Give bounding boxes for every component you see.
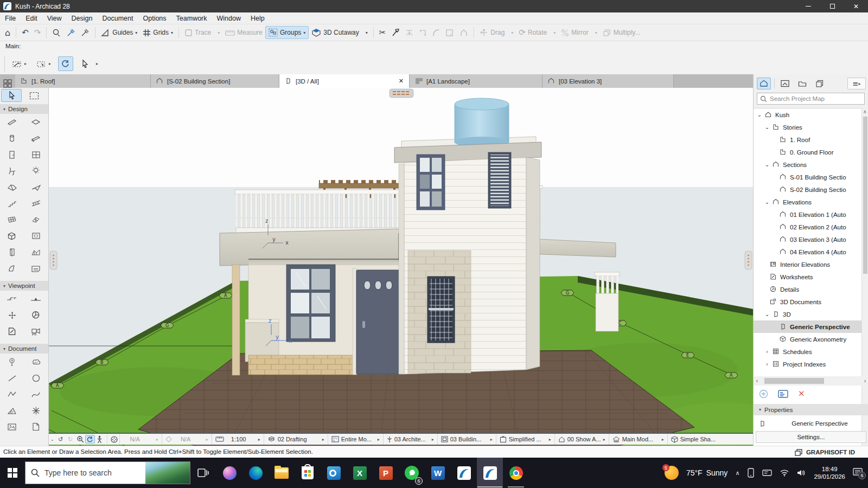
project-map-button[interactable] <box>757 78 771 89</box>
renovation-chip[interactable]: N/A▸ <box>162 434 212 445</box>
line-tool[interactable] <box>0 370 24 386</box>
beam-tool[interactable] <box>24 130 48 146</box>
interior-elevation-tool[interactable] <box>0 307 24 323</box>
shell2-tool[interactable] <box>0 260 24 277</box>
curtain-wall-tool[interactable] <box>0 211 24 228</box>
tree-item-project-indexes[interactable]: ›Project Indexes <box>754 358 862 370</box>
tray-expand-icon[interactable]: ∧ <box>735 470 739 477</box>
section-tool[interactable] <box>0 291 24 307</box>
tab-elevation[interactable]: [03 Elevation 3] <box>542 74 674 88</box>
dimension-tool[interactable] <box>0 354 24 370</box>
resize-button[interactable] <box>443 27 457 38</box>
whatsapp-icon[interactable]: 6 <box>399 458 425 488</box>
tree-item-schedules[interactable]: ›Schedules <box>754 345 862 358</box>
maximize-button[interactable] <box>820 0 844 12</box>
quad-view-button[interactable] <box>0 79 15 88</box>
powerpoint-icon[interactable]: P <box>373 458 399 488</box>
orbit-mode-button[interactable] <box>85 435 95 444</box>
outlook-icon[interactable] <box>321 458 347 488</box>
marquee-tool-button[interactable]: ▸ <box>9 56 29 71</box>
excel-icon[interactable]: X <box>347 458 373 488</box>
graphisoft-id[interactable]: GRAPHISOFT ID <box>795 446 855 458</box>
properties-header[interactable]: ▾Properties <box>754 404 868 415</box>
menu-window[interactable]: Window <box>212 15 246 22</box>
mirror-button[interactable]: Mirror▾ <box>558 27 599 38</box>
measure-button[interactable]: Measure <box>222 27 265 38</box>
worksheet-tool[interactable] <box>0 323 24 339</box>
model-view-chip[interactable]: 03 Buildin...▸ <box>437 434 496 445</box>
settings-button[interactable]: Settings... <box>756 431 866 443</box>
groups-button[interactable]: Groups▾ <box>265 26 309 39</box>
mesh-tool[interactable] <box>24 244 48 260</box>
file-explorer-icon[interactable] <box>269 458 295 488</box>
floorplan-cut-chip[interactable]: N/A▸ <box>119 434 162 445</box>
undo-button[interactable]: ↶ <box>19 26 31 39</box>
tree-item-s02[interactable]: S-02 Building Sectio <box>754 183 862 196</box>
tree-item-worksheets[interactable]: Worksheets <box>754 271 862 283</box>
tab-section[interactable]: [S-02 Building Section] <box>151 74 279 88</box>
grids-button[interactable]: Grids▾ <box>140 27 176 38</box>
start-button[interactable] <box>0 458 25 488</box>
menu-file[interactable]: File <box>0 15 21 22</box>
layers-chip[interactable]: 02 Drafting▸ <box>264 434 328 445</box>
view-settings-icon[interactable] <box>778 390 788 398</box>
copilot-icon[interactable] <box>216 458 242 488</box>
arrow-select-button[interactable] <box>1 89 22 102</box>
elevation-edit-button[interactable] <box>457 27 471 38</box>
arrow-tool-button[interactable]: ▸ <box>78 56 109 71</box>
orbit-button[interactable] <box>58 56 73 71</box>
marquee-button[interactable] <box>24 89 44 102</box>
delete-icon[interactable]: ✕ <box>798 389 805 399</box>
weather-text[interactable]: 75°FSunny <box>686 468 727 477</box>
roof-tool[interactable] <box>0 179 24 195</box>
opening-tool[interactable] <box>24 228 48 244</box>
task-view-button[interactable] <box>190 458 216 488</box>
polyline-tool[interactable] <box>0 386 24 402</box>
publisher-button[interactable] <box>813 78 827 89</box>
door-tool[interactable] <box>0 146 24 163</box>
minimize-button[interactable] <box>796 0 820 12</box>
inject-parameters-button[interactable] <box>64 27 78 38</box>
railing-tool[interactable] <box>24 195 48 211</box>
taskbar-clock[interactable]: 18:49 29/01/2026 <box>814 465 845 481</box>
tree-item-s01[interactable]: S-01 Building Sectio <box>754 171 862 183</box>
tree-item-stories[interactable]: ⌄Stories <box>754 121 862 133</box>
wifi-icon[interactable] <box>780 469 789 477</box>
scale-chip[interactable]: 1:100▸ <box>212 434 264 445</box>
shell-tool[interactable] <box>24 179 48 195</box>
walk-mode-icon[interactable] <box>95 435 105 444</box>
pickup-parameters-button[interactable] <box>49 27 64 39</box>
window-tool[interactable] <box>24 146 48 163</box>
tree-item-kush[interactable]: ⌄Kush <box>754 108 862 121</box>
tree-item-elev1[interactable]: 01 Elevation 1 (Auto <box>754 208 862 221</box>
transfer-parameters-button[interactable] <box>78 27 92 38</box>
figure-tool[interactable] <box>0 419 24 435</box>
zoom-back-icon[interactable]: ↺ <box>56 435 66 444</box>
graphic-override-chip[interactable]: 03 Archite...▸ <box>383 434 437 445</box>
trim-button[interactable] <box>416 27 430 38</box>
split-button[interactable]: ✂ <box>376 26 389 39</box>
drawing-tool[interactable] <box>24 419 48 435</box>
tab-roof[interactable]: [1. Roof] <box>15 74 151 88</box>
left-collapse-handle[interactable] <box>50 251 57 269</box>
navigator-menu-button[interactable]: ≡▸ <box>847 78 866 89</box>
tree-item-ground-floor[interactable]: 0. Ground Floor <box>754 146 862 158</box>
tree-item-details[interactable]: Details <box>754 283 862 296</box>
column-tool[interactable] <box>0 130 24 146</box>
document-section-header[interactable]: ▾Document <box>0 344 48 354</box>
tree-item-interior-elevations[interactable]: Interior Elevations <box>754 258 862 271</box>
align-button[interactable] <box>403 27 416 38</box>
viewpoint-section-header[interactable]: ▾Viewpoint <box>0 281 48 291</box>
structure-display-chip[interactable]: Main Mod...▸ <box>609 434 667 445</box>
your-phone-icon[interactable] <box>747 468 755 478</box>
zones-chip[interactable]: 00 Show A...▸ <box>554 434 609 445</box>
archicad-active-icon[interactable] <box>477 458 503 488</box>
tree-item-elev2[interactable]: 02 Elevation 2 (Auto <box>754 221 862 233</box>
tree-item-elev3[interactable]: 03 Elevation 3 (Auto <box>754 233 862 246</box>
tree-item-3d-documents[interactable]: 3D Documents <box>754 296 862 308</box>
volume-icon[interactable] <box>797 469 806 477</box>
spline-tool[interactable] <box>24 386 48 402</box>
rotate-button[interactable]: ⟳ Rotate▾ <box>516 26 558 39</box>
home-button[interactable]: ⌂ <box>2 26 13 40</box>
object-tool[interactable] <box>0 163 24 179</box>
